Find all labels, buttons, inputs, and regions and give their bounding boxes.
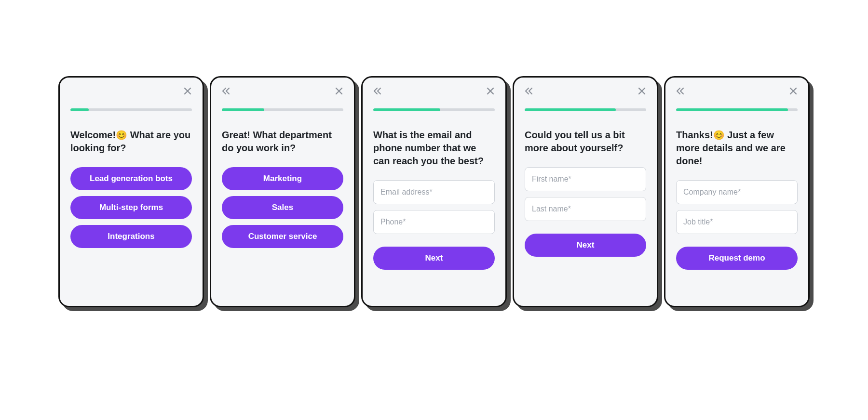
first-name-field[interactable] xyxy=(525,167,646,191)
option-sales[interactable]: Sales xyxy=(222,196,343,219)
smile-emoji-icon: 😊 xyxy=(116,130,127,140)
close-icon[interactable] xyxy=(789,87,798,95)
next-button[interactable]: Next xyxy=(373,247,495,270)
progress-bar xyxy=(676,108,798,111)
next-button[interactable]: Next xyxy=(525,234,646,257)
input-list xyxy=(373,180,495,234)
step-prompt: What is the email and phone number that … xyxy=(373,129,495,168)
back-icon[interactable] xyxy=(525,87,535,95)
back-icon[interactable] xyxy=(373,87,384,95)
prompt-text-pre: Thanks! xyxy=(676,130,713,140)
progress-bar xyxy=(70,108,192,111)
option-list: Lead generation bots Multi-step forms In… xyxy=(70,167,192,248)
card-header xyxy=(222,85,343,97)
progress-bar xyxy=(373,108,495,111)
request-demo-button[interactable]: Request demo xyxy=(676,247,798,270)
progress-fill xyxy=(525,108,616,111)
option-multi-step-forms[interactable]: Multi-step forms xyxy=(70,196,192,219)
step-card-1: Welcome!😊 What are you looking for? Lead… xyxy=(58,76,204,307)
step-card-5: Thanks!😊 Just a few more details and we … xyxy=(664,76,810,307)
prompt-text-pre: Could you tell us a bit more about yours… xyxy=(525,130,625,153)
option-customer-service[interactable]: Customer service xyxy=(222,225,343,248)
step-prompt: Could you tell us a bit more about yours… xyxy=(525,129,646,155)
card-header xyxy=(676,85,798,97)
step-prompt: Great! What department do you work in? xyxy=(222,129,343,155)
prompt-text-pre: Great! What department do you work in? xyxy=(222,130,332,153)
progress-fill xyxy=(373,108,440,111)
prompt-text-pre: What is the email and phone number that … xyxy=(373,130,484,166)
input-list xyxy=(676,180,798,234)
progress-fill xyxy=(70,108,89,111)
input-list xyxy=(525,167,646,221)
step-prompt: Welcome!😊 What are you looking for? xyxy=(70,129,192,155)
step-prompt: Thanks!😊 Just a few more details and we … xyxy=(676,129,798,168)
phone-field[interactable] xyxy=(373,210,495,234)
card-header xyxy=(70,85,192,97)
option-integrations[interactable]: Integrations xyxy=(70,225,192,248)
prompt-text-pre: Welcome! xyxy=(70,130,116,140)
progress-fill xyxy=(222,108,264,111)
option-list: Marketing Sales Customer service xyxy=(222,167,343,248)
step-card-3: What is the email and phone number that … xyxy=(361,76,507,307)
back-icon[interactable] xyxy=(222,87,232,95)
card-header xyxy=(525,85,646,97)
close-icon[interactable] xyxy=(637,87,646,95)
close-icon[interactable] xyxy=(486,87,495,95)
card-header xyxy=(373,85,495,97)
option-marketing[interactable]: Marketing xyxy=(222,167,343,190)
progress-bar xyxy=(525,108,646,111)
back-icon[interactable] xyxy=(676,87,687,95)
close-icon[interactable] xyxy=(335,87,343,95)
close-icon[interactable] xyxy=(183,87,192,95)
step-card-4: Could you tell us a bit more about yours… xyxy=(513,76,658,307)
option-lead-generation-bots[interactable]: Lead generation bots xyxy=(70,167,192,190)
smile-emoji-icon: 😊 xyxy=(713,130,725,140)
job-title-field[interactable] xyxy=(676,210,798,234)
company-name-field[interactable] xyxy=(676,180,798,204)
last-name-field[interactable] xyxy=(525,197,646,221)
email-field[interactable] xyxy=(373,180,495,204)
progress-fill xyxy=(676,108,788,111)
step-card-2: Great! What department do you work in? M… xyxy=(210,76,355,307)
progress-bar xyxy=(222,108,343,111)
